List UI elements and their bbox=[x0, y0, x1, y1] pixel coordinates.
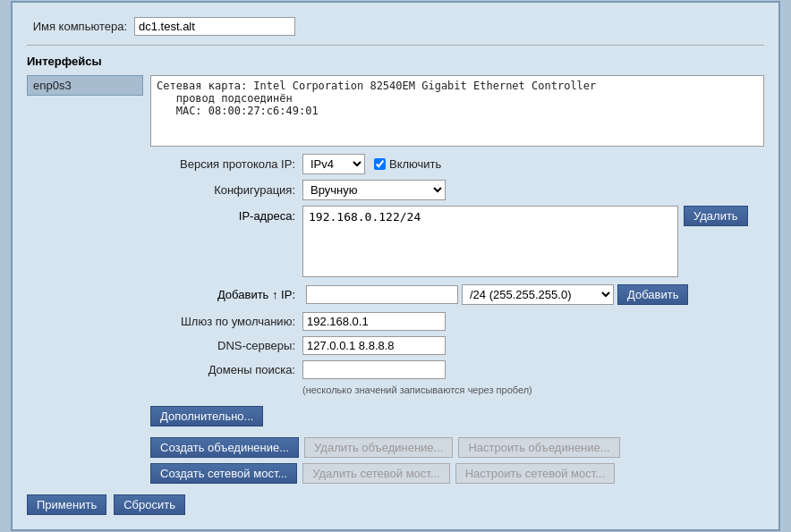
advanced-button[interactable]: Дополнительно... bbox=[150, 406, 263, 426]
protocol-label: Версия протокола IP: bbox=[150, 157, 302, 171]
delete-ip-button[interactable]: Удалить bbox=[684, 206, 748, 226]
delete-bridge-button: Удалить сетевой мост... bbox=[302, 463, 449, 484]
create-bond-button[interactable]: Создать объединение... bbox=[150, 437, 299, 458]
bond-row: Создать объединение... Удалить объединен… bbox=[150, 437, 764, 458]
add-ip-button[interactable]: Добавить bbox=[617, 284, 688, 305]
gateway-input[interactable] bbox=[302, 312, 446, 331]
protocol-row: Версия протокола IP: IPv4 IPv6 Включить bbox=[150, 154, 764, 174]
add-ip-label: Добавить ↑ IP: bbox=[150, 288, 302, 301]
ip-addresses-row: IP-адреса: Удалить bbox=[150, 206, 764, 277]
dns-row: DNS-серверы: bbox=[150, 336, 764, 355]
create-bridge-button[interactable]: Создать сетевой мост... bbox=[150, 463, 297, 484]
add-ip-input[interactable] bbox=[306, 285, 458, 304]
domains-input[interactable] bbox=[302, 360, 446, 379]
configure-bridge-button: Настроить сетевой мост... bbox=[455, 463, 615, 484]
delete-bond-button: Удалить объединение... bbox=[304, 437, 453, 458]
right-panel: Сетевая карта: Intel Corporation 82540EM… bbox=[150, 75, 764, 484]
main-area: enp0s3 Сетевая карта: Intel Corporation … bbox=[27, 75, 764, 484]
bridge-row: Создать сетевой мост... Удалить сетевой … bbox=[150, 463, 764, 484]
advanced-row: Дополнительно... bbox=[150, 406, 764, 426]
config-label: Конфигурация: bbox=[150, 183, 302, 197]
enable-label: Включить bbox=[389, 157, 441, 171]
computer-name-input[interactable] bbox=[134, 17, 295, 36]
apply-button[interactable]: Применить bbox=[27, 494, 106, 515]
protocol-select[interactable]: IPv4 IPv6 bbox=[302, 154, 365, 174]
interfaces-title: Интерфейсы bbox=[27, 55, 764, 68]
computer-name-label: Имя компьютера: bbox=[27, 20, 134, 33]
domains-row: Домены поиска: bbox=[150, 360, 764, 379]
reset-button[interactable]: Сбросить bbox=[114, 494, 185, 515]
enable-checkbox[interactable] bbox=[374, 158, 386, 170]
dns-label: DNS-серверы: bbox=[150, 339, 302, 352]
ip-addresses-label: IP-адреса: bbox=[150, 206, 302, 223]
config-row: Конфигурация: Вручную Автоматически (DHC… bbox=[150, 180, 764, 200]
config-select[interactable]: Вручную Автоматически (DHCP) bbox=[302, 180, 446, 200]
interface-info-textarea: Сетевая карта: Intel Corporation 82540EM… bbox=[150, 75, 764, 147]
domains-label: Домены поиска: bbox=[150, 363, 302, 376]
computer-name-row: Имя компьютера: bbox=[27, 17, 764, 36]
gateway-row: Шлюз по умолчанию: bbox=[150, 312, 764, 331]
divider bbox=[27, 45, 764, 46]
main-window: Имя компьютера: Интерфейсы enp0s3 Сетева… bbox=[11, 1, 780, 531]
dns-input[interactable] bbox=[302, 336, 446, 355]
add-ip-row: Добавить ↑ IP: /24 (255.255.255.0) /8 (2… bbox=[150, 284, 764, 305]
subnet-select[interactable]: /24 (255.255.255.0) /8 (255.0.0.0) /16 (… bbox=[462, 284, 614, 305]
interfaces-list: enp0s3 bbox=[27, 75, 143, 484]
hint-text: (несколько значений записываются через п… bbox=[302, 384, 764, 395]
enable-checkbox-label: Включить bbox=[374, 157, 441, 171]
configure-bond-button: Настроить объединение... bbox=[458, 437, 619, 458]
gateway-label: Шлюз по умолчанию: bbox=[150, 315, 302, 328]
ip-addresses-textarea[interactable] bbox=[302, 206, 678, 277]
interface-item-enp0s3[interactable]: enp0s3 bbox=[27, 75, 143, 96]
footer-buttons: Применить Сбросить bbox=[27, 494, 764, 515]
